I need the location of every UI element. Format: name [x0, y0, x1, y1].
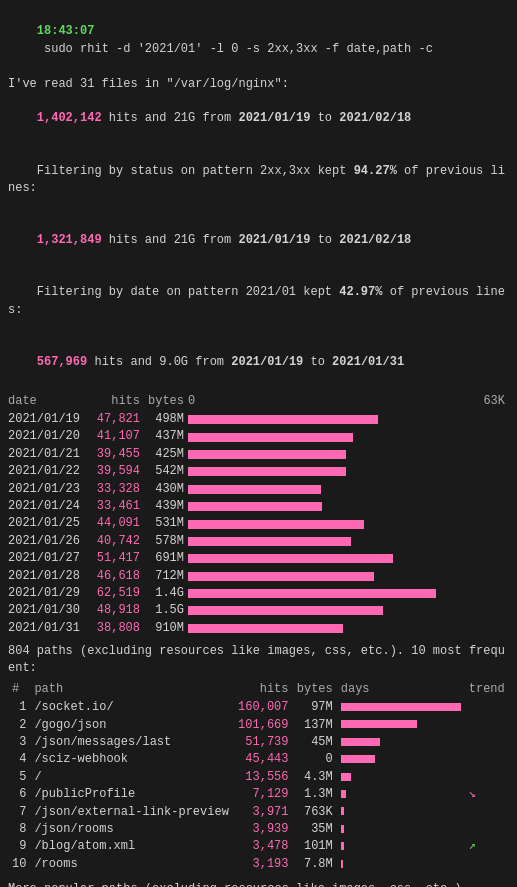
- line2: 1,402,142 hits and 21G from 2021/01/19 t…: [8, 93, 509, 145]
- chart-date: 2021/01/30: [8, 602, 88, 619]
- days-bar: [341, 738, 380, 746]
- table-row: 7 /json/external-link-preview 3,971 763K: [8, 804, 509, 821]
- line4: 1,321,849 hits and 21G from 2021/01/19 t…: [8, 215, 509, 267]
- chart-bar: [188, 606, 383, 615]
- chart-row: 2021/01/31 38,808 910M: [8, 620, 509, 637]
- chart-date: 2021/01/27: [8, 550, 88, 567]
- chart-bytes: 531M: [140, 515, 184, 532]
- chart-date: 2021/01/25: [8, 515, 88, 532]
- paths-col-days: days: [337, 681, 465, 699]
- row-hits: 13,556: [234, 769, 293, 786]
- paths-col-hits: hits: [234, 681, 293, 699]
- row-days: [337, 804, 465, 821]
- col-max: 63K: [483, 393, 509, 410]
- days-bar: [341, 703, 461, 711]
- chart-bar: [188, 485, 321, 494]
- chart-row: 2021/01/25 44,091 531M: [8, 515, 509, 532]
- row-num: 5: [8, 769, 30, 786]
- row-hits: 3,193: [234, 856, 293, 873]
- days-bar: [341, 860, 343, 868]
- chart-hits: 51,417: [88, 550, 140, 567]
- chart-bar: [188, 520, 364, 529]
- chart-bar: [188, 467, 346, 476]
- chart-bytes: 430M: [140, 481, 184, 498]
- row-num: 10: [8, 856, 30, 873]
- row-days: [337, 856, 465, 873]
- row-bytes: 4.3M: [293, 769, 337, 786]
- row-hits: 160,007: [234, 699, 293, 716]
- chart-row: 2021/01/22 39,594 542M: [8, 463, 509, 480]
- chart-bar: [188, 572, 374, 581]
- chart-bytes: 425M: [140, 446, 184, 463]
- row-num: 7: [8, 804, 30, 821]
- row-path: /rooms: [30, 856, 233, 873]
- row-num: 8: [8, 821, 30, 838]
- command-line: 18:43:07 sudo rhit -d '2021/01' -l 0 -s …: [8, 6, 509, 76]
- chart-hits: 39,594: [88, 463, 140, 480]
- row-hits: 101,669: [234, 717, 293, 734]
- row-trend: [465, 734, 509, 751]
- chart-hits: 38,808: [88, 620, 140, 637]
- chart-row: 2021/01/29 62,519 1.4G: [8, 585, 509, 602]
- row-days: [337, 751, 465, 768]
- row-num: 4: [8, 751, 30, 768]
- row-hits: 3,971: [234, 804, 293, 821]
- total-hits: 1,402,142: [37, 111, 102, 125]
- row-trend: [465, 769, 509, 786]
- row-trend: [465, 699, 509, 716]
- paths-tbody: 1 /socket.io/ 160,007 97M 2 /gogo/json 1…: [8, 699, 509, 873]
- chart-bytes: 712M: [140, 568, 184, 585]
- row-num: 3: [8, 734, 30, 751]
- paths-title: 804 paths (excluding resources like imag…: [8, 643, 509, 678]
- table-row: 2 /gogo/json 101,669 137M: [8, 717, 509, 734]
- days-bar: [341, 720, 417, 728]
- chart-hits: 62,519: [88, 585, 140, 602]
- days-bar: [341, 790, 346, 798]
- table-row: 3 /json/messages/last 51,739 45M: [8, 734, 509, 751]
- row-path: /socket.io/: [30, 699, 233, 716]
- chart-date: 2021/01/20: [8, 428, 88, 445]
- row-path: /sciz-webhook: [30, 751, 233, 768]
- row-days: [337, 699, 465, 716]
- days-bar: [341, 807, 344, 815]
- table-row: 5 / 13,556 4.3M: [8, 769, 509, 786]
- chart-row: 2021/01/27 51,417 691M: [8, 550, 509, 567]
- paths-section: 804 paths (excluding resources like imag…: [8, 643, 509, 873]
- chart-bar: [188, 537, 351, 546]
- paths-col-num: #: [8, 681, 30, 699]
- row-bytes: 35M: [293, 821, 337, 838]
- days-bar: [341, 842, 344, 850]
- more-title: More popular paths (excluding resources …: [8, 881, 509, 887]
- col-date: date: [8, 393, 88, 410]
- row-days: [337, 786, 465, 803]
- row-bytes: 101M: [293, 838, 337, 855]
- chart-date: 2021/01/29: [8, 585, 88, 602]
- col-zero: 0: [188, 393, 195, 410]
- chart-bar: [188, 589, 436, 598]
- row-trend: [465, 751, 509, 768]
- chart-date: 2021/01/31: [8, 620, 88, 637]
- line5: Filtering by date on pattern 2021/01 kep…: [8, 267, 509, 337]
- chart-row: 2021/01/28 46,618 712M: [8, 568, 509, 585]
- chart-row: 2021/01/21 39,455 425M: [8, 446, 509, 463]
- chart-hits: 46,618: [88, 568, 140, 585]
- days-bar: [341, 825, 344, 833]
- row-hits: 51,739: [234, 734, 293, 751]
- chart-hits: 47,821: [88, 411, 140, 428]
- chart-hits: 39,455: [88, 446, 140, 463]
- row-trend: [465, 856, 509, 873]
- row-trend: [465, 717, 509, 734]
- row-trend: [465, 821, 509, 838]
- row-bytes: 137M: [293, 717, 337, 734]
- chart-bytes: 578M: [140, 533, 184, 550]
- chart-date: 2021/01/22: [8, 463, 88, 480]
- chart-bytes: 910M: [140, 620, 184, 637]
- paths-col-trend: trend: [465, 681, 509, 699]
- chart-date: 2021/01/26: [8, 533, 88, 550]
- row-days: [337, 717, 465, 734]
- paths-header-row: # path hits bytes days trend: [8, 681, 509, 699]
- table-row: 9 /blog/atom.xml 3,478 101M ↗: [8, 838, 509, 855]
- table-row: 10 /rooms 3,193 7.8M: [8, 856, 509, 873]
- row-bytes: 97M: [293, 699, 337, 716]
- chart-hits: 44,091: [88, 515, 140, 532]
